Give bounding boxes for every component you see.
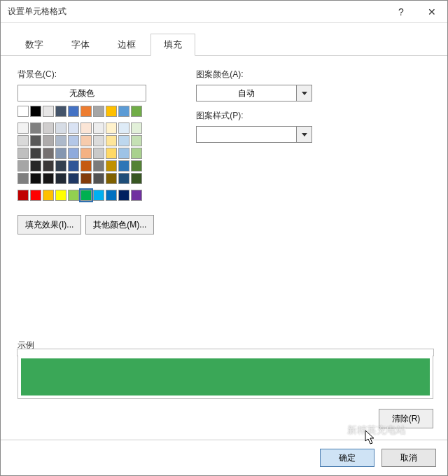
color-swatch[interactable] xyxy=(18,173,29,184)
color-swatch[interactable] xyxy=(68,190,79,201)
color-swatch[interactable] xyxy=(55,106,66,117)
cancel-button[interactable]: 取消 xyxy=(382,449,436,467)
color-swatch[interactable] xyxy=(55,122,66,134)
color-swatch[interactable] xyxy=(30,148,41,159)
color-swatch[interactable] xyxy=(30,173,41,184)
color-swatch[interactable] xyxy=(80,148,92,159)
color-swatch[interactable] xyxy=(68,122,79,134)
color-swatch[interactable] xyxy=(68,135,79,146)
tab-边框[interactable]: 边框 xyxy=(104,34,149,56)
sample-fill xyxy=(21,358,430,396)
shade-color-grid xyxy=(18,122,154,186)
color-swatch[interactable] xyxy=(106,148,117,159)
color-swatch[interactable] xyxy=(80,190,92,201)
titlebar: 设置单元格格式 ? ✕ xyxy=(1,1,447,23)
color-swatch[interactable] xyxy=(106,106,117,117)
dialog-footer: 确定 取消 xyxy=(1,440,447,475)
color-swatch[interactable] xyxy=(131,173,142,184)
color-swatch[interactable] xyxy=(55,148,66,159)
color-swatch[interactable] xyxy=(93,173,104,184)
color-swatch[interactable] xyxy=(30,160,41,172)
color-swatch[interactable] xyxy=(43,135,54,146)
color-swatch[interactable] xyxy=(18,135,29,146)
color-swatch[interactable] xyxy=(93,106,104,117)
color-swatch[interactable] xyxy=(80,173,92,184)
color-swatch[interactable] xyxy=(30,106,41,117)
color-swatch[interactable] xyxy=(118,148,130,159)
color-swatch[interactable] xyxy=(131,190,142,201)
color-swatch[interactable] xyxy=(118,160,130,172)
color-swatch[interactable] xyxy=(68,173,79,184)
pattern-color-dropdown[interactable]: 自动 xyxy=(196,85,312,102)
color-swatch[interactable] xyxy=(55,173,66,184)
clear-button[interactable]: 清除(R) xyxy=(379,409,433,428)
tab-bar: 数字字体边框填充 xyxy=(1,23,447,56)
color-swatch[interactable] xyxy=(43,122,54,134)
color-swatch[interactable] xyxy=(80,135,92,146)
color-swatch[interactable] xyxy=(18,160,29,172)
color-swatch[interactable] xyxy=(18,190,29,201)
pattern-section: 图案颜色(A): 自动 图案样式(P): xyxy=(196,69,312,234)
color-swatch[interactable] xyxy=(131,160,142,172)
color-swatch[interactable] xyxy=(93,122,104,134)
color-swatch[interactable] xyxy=(93,148,104,159)
color-swatch[interactable] xyxy=(18,106,29,117)
color-swatch[interactable] xyxy=(55,135,66,146)
tab-数字[interactable]: 数字 xyxy=(12,34,57,56)
color-swatch[interactable] xyxy=(118,106,130,117)
color-swatch[interactable] xyxy=(55,190,66,201)
format-cells-dialog: 设置单元格格式 ? ✕ 数字字体边框填充 背景色(C): 无颜色 填充效果(I)… xyxy=(0,0,448,476)
chevron-down-icon xyxy=(296,127,312,142)
color-swatch[interactable] xyxy=(118,122,130,134)
color-swatch[interactable] xyxy=(93,135,104,146)
color-swatch[interactable] xyxy=(93,160,104,172)
color-swatch[interactable] xyxy=(30,135,41,146)
color-swatch[interactable] xyxy=(93,190,104,201)
more-colors-button[interactable]: 其他颜色(M)... xyxy=(85,215,154,234)
color-swatch[interactable] xyxy=(106,135,117,146)
background-color-label: 背景色(C): xyxy=(18,69,154,80)
color-swatch[interactable] xyxy=(131,122,142,134)
pattern-color-label: 图案颜色(A): xyxy=(196,69,312,80)
color-swatch[interactable] xyxy=(68,106,79,117)
color-swatch[interactable] xyxy=(68,160,79,172)
color-swatch[interactable] xyxy=(43,173,54,184)
color-swatch[interactable] xyxy=(43,148,54,159)
color-swatch[interactable] xyxy=(43,160,54,172)
chevron-down-icon xyxy=(296,85,312,101)
color-swatch[interactable] xyxy=(106,173,117,184)
pattern-color-value: 自动 xyxy=(197,88,296,99)
standard-color-row xyxy=(18,190,154,202)
color-swatch[interactable] xyxy=(80,160,92,172)
pattern-style-dropdown[interactable] xyxy=(196,126,312,143)
fill-panel: 背景色(C): 无颜色 填充效果(I)... 其他颜色(M)... 图案颜色(A… xyxy=(1,56,447,440)
color-swatch[interactable] xyxy=(131,106,142,117)
color-swatch[interactable] xyxy=(55,160,66,172)
color-swatch[interactable] xyxy=(30,190,41,201)
color-swatch[interactable] xyxy=(118,190,130,201)
no-color-button[interactable]: 无颜色 xyxy=(18,85,146,102)
fill-effects-button[interactable]: 填充效果(I)... xyxy=(18,215,81,234)
color-swatch[interactable] xyxy=(18,122,29,134)
tab-填充[interactable]: 填充 xyxy=(150,34,195,56)
color-swatch[interactable] xyxy=(68,148,79,159)
color-swatch[interactable] xyxy=(80,106,92,117)
color-swatch[interactable] xyxy=(106,122,117,134)
tab-字体[interactable]: 字体 xyxy=(58,34,103,56)
color-swatch[interactable] xyxy=(118,173,130,184)
color-swatch[interactable] xyxy=(30,122,41,134)
window-title: 设置单元格格式 xyxy=(8,6,386,18)
color-swatch[interactable] xyxy=(118,135,130,146)
color-swatch[interactable] xyxy=(131,135,142,146)
color-swatch[interactable] xyxy=(43,106,54,117)
color-swatch[interactable] xyxy=(131,148,142,159)
sample-preview xyxy=(18,356,433,399)
close-button[interactable]: ✕ xyxy=(416,1,447,23)
ok-button[interactable]: 确定 xyxy=(320,449,374,467)
color-swatch[interactable] xyxy=(43,190,54,201)
help-button[interactable]: ? xyxy=(386,1,416,23)
color-swatch[interactable] xyxy=(80,122,92,134)
color-swatch[interactable] xyxy=(106,160,117,172)
color-swatch[interactable] xyxy=(18,148,29,159)
color-swatch[interactable] xyxy=(106,190,117,201)
